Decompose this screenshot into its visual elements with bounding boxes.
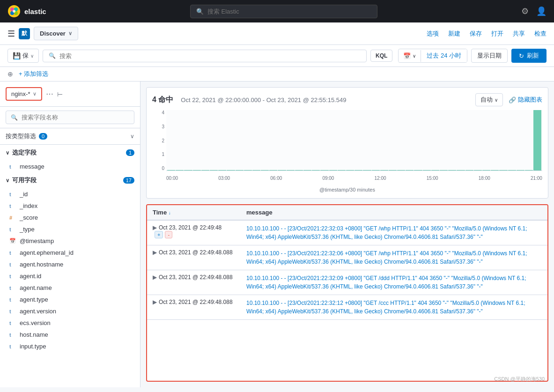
user-icon[interactable]: 👤 bbox=[536, 6, 547, 16]
chart-bar bbox=[278, 170, 286, 170]
time-picker[interactable]: 📅 ∨ 过去 24 小时 bbox=[398, 49, 467, 63]
top-search-input[interactable] bbox=[207, 8, 371, 15]
sec-nav-right: 选项 新建 保存 打开 共享 检查 bbox=[427, 30, 547, 38]
chart-bar bbox=[474, 170, 482, 170]
field-item-ecs-version[interactable]: tecs.version bbox=[0, 317, 140, 329]
field-item-index[interactable]: t_index bbox=[0, 200, 140, 212]
chart-container: 4 3 2 1 0 00:00 03:00 06:00 09:00 12:00 … bbox=[152, 110, 542, 185]
elastic-logo[interactable]: elastic bbox=[7, 5, 46, 18]
kql-badge[interactable]: KQL bbox=[370, 50, 392, 62]
discover-button[interactable]: Discover ∨ bbox=[34, 27, 78, 40]
chart-bar bbox=[346, 170, 354, 170]
top-nav-search[interactable]: 🔍 bbox=[190, 5, 377, 18]
time-picker-value[interactable]: 过去 24 小时 bbox=[421, 49, 467, 62]
field-item-agent-name[interactable]: tagent.name bbox=[0, 282, 140, 294]
secondary-navigation: ☰ 默 Discover ∨ 选项 新建 保存 打开 共享 检查 bbox=[0, 22, 554, 45]
filter-icon[interactable]: ⊕ bbox=[7, 70, 13, 78]
chart-bar bbox=[176, 170, 184, 170]
table-area: Time ↓ message ▶Oct 23, 2021 @ 22:49:48+… bbox=[146, 204, 548, 382]
refresh-label: 刷新 bbox=[527, 52, 539, 60]
chart-bar bbox=[525, 170, 533, 170]
table-header-row: Time ↓ message bbox=[147, 205, 547, 220]
chart-bar bbox=[406, 170, 414, 170]
available-fields-chevron[interactable]: ∨ bbox=[6, 178, 9, 184]
time-picker-calendar[interactable]: 📅 ∨ bbox=[399, 50, 421, 62]
calendar-chevron: ∨ bbox=[413, 53, 416, 59]
selected-fields-chevron[interactable]: ∨ bbox=[6, 150, 9, 156]
chart-bar bbox=[329, 170, 337, 170]
sort-icon: ↓ bbox=[169, 210, 171, 215]
field-search-input[interactable] bbox=[22, 114, 129, 121]
save-icon: 💾 bbox=[13, 52, 21, 59]
field-item-host-name[interactable]: thost.name bbox=[0, 329, 140, 340]
field-item-type[interactable]: t_type bbox=[0, 223, 140, 235]
expand-button[interactable]: ▶ bbox=[153, 224, 157, 231]
table-row: ▶Oct 23, 2021 @ 22:49:48.08810.10.10.100… bbox=[147, 245, 547, 270]
field-item-timestamp[interactable]: 📅@timestamp bbox=[0, 235, 140, 247]
chart-bar bbox=[423, 170, 431, 170]
expand-button[interactable]: ▶ bbox=[153, 299, 157, 305]
collapse-icon[interactable]: ⊢ bbox=[57, 90, 63, 98]
chart-bar bbox=[482, 170, 490, 170]
chart-bar bbox=[457, 170, 465, 170]
field-item-agent-id[interactable]: tagent.id bbox=[0, 270, 140, 282]
chart-bar bbox=[499, 170, 507, 170]
index-pattern-chevron: ∨ bbox=[33, 91, 37, 97]
field-item-input-type[interactable]: tinput.type bbox=[0, 340, 140, 352]
search-bar: 💾 保 ∨ 🔍 KQL 📅 ∨ 过去 24 小时 显示日期 ↻ 刷新 bbox=[0, 45, 554, 67]
hide-chart-button[interactable]: 🔗 隐藏图表 bbox=[509, 96, 542, 104]
selected-fields-left: ∨ 选定字段 bbox=[6, 148, 37, 157]
field-item-score[interactable]: #_score bbox=[0, 212, 140, 223]
auto-select[interactable]: 自动 ∨ bbox=[475, 93, 503, 106]
menu-hamburger[interactable]: ☰ bbox=[7, 29, 15, 39]
filter-by-type-section: 按类型筛选 0 ∨ bbox=[0, 128, 140, 145]
field-name-message: message bbox=[20, 163, 44, 170]
filter-by-type-chevron[interactable]: ∨ bbox=[130, 133, 134, 140]
time-column-header[interactable]: Time ↓ bbox=[147, 205, 241, 220]
chart-bar bbox=[287, 170, 295, 170]
date-range: Oct 22, 2021 @ 22:00:00.000 - Oct 23, 20… bbox=[181, 96, 346, 104]
new-link[interactable]: 新建 bbox=[448, 30, 460, 38]
save-search-button[interactable]: 💾 保 ∨ bbox=[7, 49, 39, 63]
chart-bar bbox=[236, 170, 244, 170]
chevron-down-icon: ∨ bbox=[68, 30, 72, 37]
row-actions: +- bbox=[155, 231, 172, 238]
field-item-agent-eph[interactable]: tagent.ephemeral_id bbox=[0, 247, 140, 259]
share-link[interactable]: 共享 bbox=[513, 30, 525, 38]
selected-fields-label: 选定字段 bbox=[12, 148, 37, 157]
field-item-id[interactable]: t_id bbox=[0, 188, 140, 200]
inspect-link[interactable]: 检查 bbox=[534, 30, 547, 38]
expand-button[interactable]: ▶ bbox=[153, 274, 157, 281]
chart-bar bbox=[193, 170, 201, 170]
field-item-message[interactable]: t message bbox=[0, 161, 140, 172]
chart-bar bbox=[252, 170, 260, 170]
open-link[interactable]: 打开 bbox=[491, 30, 503, 38]
filter-bar: ⊕ + 添加筛选 bbox=[0, 67, 554, 81]
options-link[interactable]: 选项 bbox=[427, 30, 439, 38]
chart-bar bbox=[372, 170, 380, 170]
refresh-button[interactable]: ↻ 刷新 bbox=[511, 49, 547, 63]
search-input[interactable] bbox=[59, 52, 361, 59]
expand-button[interactable]: ▶ bbox=[153, 249, 157, 256]
field-item-agent-type[interactable]: tagent.type bbox=[0, 294, 140, 305]
index-pattern-button[interactable]: nginx-* ∨ bbox=[6, 87, 42, 101]
filter-out-button[interactable]: - bbox=[165, 231, 172, 238]
save-link[interactable]: 保存 bbox=[470, 30, 482, 38]
hide-chart-label: 隐藏图表 bbox=[518, 96, 542, 104]
show-date-button[interactable]: 显示日期 bbox=[471, 49, 508, 63]
available-fields-label: 可用字段 bbox=[12, 176, 37, 185]
dots-icon[interactable]: ⋯ bbox=[46, 89, 53, 98]
filter-in-button[interactable]: + bbox=[155, 231, 163, 238]
field-item-agent-host[interactable]: tagent.hostname bbox=[0, 259, 140, 270]
calendar-icon: 📅 bbox=[403, 52, 411, 59]
time-value: Oct 23, 2021 @ 22:49:48.088 bbox=[159, 249, 233, 256]
field-search-section: 🔍 bbox=[0, 107, 140, 128]
add-filter-button[interactable]: + 添加筛选 bbox=[19, 70, 48, 78]
chart-bar bbox=[465, 170, 473, 170]
chart-x-axis: 00:00 03:00 06:00 09:00 12:00 15:00 18:0… bbox=[166, 171, 542, 185]
message-cell: 10.10.10.100 - - [23/Oct/2021:22:32:06 +… bbox=[241, 245, 547, 270]
available-fields-header: ∨ 可用字段 17 bbox=[0, 172, 140, 188]
time-cell: ▶Oct 23, 2021 @ 22:49:48.088 bbox=[147, 270, 241, 295]
field-item-agent-version[interactable]: tagent.version bbox=[0, 305, 140, 317]
settings-icon[interactable]: ⚙ bbox=[521, 6, 529, 16]
